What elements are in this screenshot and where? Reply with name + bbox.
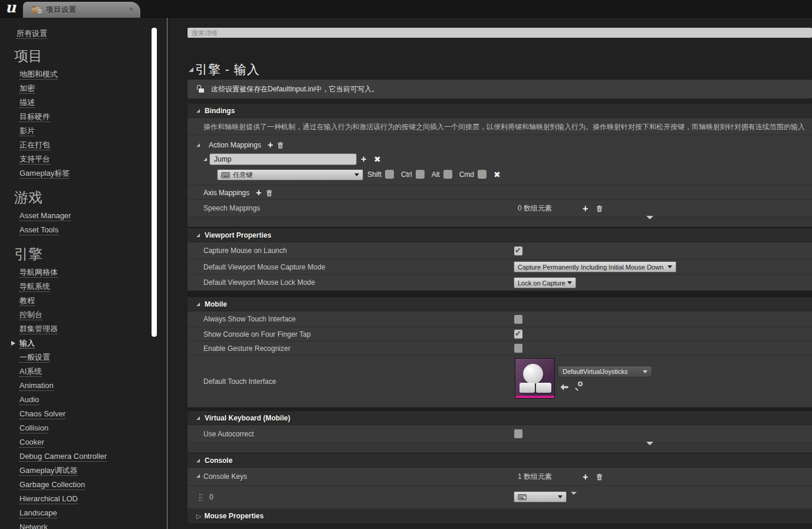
clear-axis-mappings-button[interactable]: [266, 188, 272, 197]
remove-key-binding-button[interactable]: ✖: [494, 170, 501, 179]
property-row: Capture Mouse on Launch: [188, 242, 812, 259]
ctrl-checkbox[interactable]: [416, 170, 425, 179]
sidebar-item-gameplay-debugger[interactable]: Gameplay调试器: [0, 464, 167, 478]
search-input[interactable]: [188, 28, 812, 38]
console-keys-row: Console Keys 1 数组元素 +: [188, 468, 812, 486]
sidebar-item-supported-platforms[interactable]: 支持平台: [0, 152, 167, 166]
sidebar-item-nav-system[interactable]: 导航系统: [0, 280, 167, 294]
expanded-arrow-icon: [196, 416, 200, 420]
expanded-arrow-icon[interactable]: [203, 157, 207, 161]
touch-interface-thumbnail[interactable]: [515, 358, 555, 399]
use-selected-asset-button[interactable]: [560, 383, 568, 392]
tab-title: 项目设置: [46, 5, 77, 15]
sidebar-heading-project: 项目: [14, 47, 167, 65]
tab-bar: u ⚙ 项目设置 ×: [0, 0, 812, 18]
sidebar-item-audio[interactable]: Audio: [0, 393, 167, 407]
always-show-touch-interface-checkbox[interactable]: [514, 315, 522, 324]
speech-mappings-label: Speech Mappings: [203, 204, 260, 212]
expanded-arrow-icon[interactable]: [196, 474, 200, 478]
mouse-properties-header[interactable]: ▷ Mouse Properties: [188, 509, 812, 524]
browse-asset-button[interactable]: [574, 382, 583, 392]
cmd-checkbox[interactable]: [478, 170, 486, 179]
tab-close-icon[interactable]: ×: [129, 5, 133, 14]
sidebar-item-gameplay-tags[interactable]: Gameplay标签: [0, 166, 167, 180]
keyboard-icon: [221, 172, 230, 178]
sidebar-item-network[interactable]: Network: [0, 520, 167, 529]
add-speech-mapping-button[interactable]: +: [583, 204, 588, 212]
sidebar-scrollbar[interactable]: [152, 28, 157, 337]
config-file-notice: 这些设置被保存在DefaultInput.ini中，它当前可写入。: [188, 80, 812, 98]
sidebar-item-landscape[interactable]: Landscape: [0, 506, 167, 520]
touch-interface-dropdown[interactable]: DefaultVirtualJoysticks: [558, 366, 652, 377]
sidebar-item-asset-tools[interactable]: Asset Tools: [0, 223, 167, 237]
element-options-chevron-icon[interactable]: [571, 492, 577, 495]
bindings-advanced-expander[interactable]: [188, 217, 812, 227]
viewport-properties-header[interactable]: Viewport Properties: [188, 228, 812, 242]
sidebar-item-encryption[interactable]: 加密: [0, 81, 167, 96]
show-console-four-finger-checkbox[interactable]: [514, 330, 522, 339]
alt-checkbox[interactable]: [443, 170, 452, 179]
add-console-key-button[interactable]: +: [583, 472, 588, 481]
expanded-arrow-icon: [196, 303, 200, 306]
action-name-input[interactable]: [209, 153, 357, 165]
settings-folder-icon: ⚙: [32, 6, 41, 14]
bindings-description-row: 操作和轴映射提供了一种机制，通过在输入行为和激活该行为的按键之间插入一个间接层，…: [188, 118, 812, 135]
mouse-lock-mode-dropdown[interactable]: Lock on Capture: [514, 277, 576, 288]
sidebar-item-collision[interactable]: Collision: [0, 421, 167, 435]
section-expanded-icon[interactable]: [189, 67, 193, 72]
keyboard-icon: [518, 494, 527, 500]
mouse-capture-mode-dropdown[interactable]: Capture Permanently Including Initial Mo…: [514, 261, 676, 272]
console-header[interactable]: Console: [188, 454, 812, 468]
sidebar-item-ai-system[interactable]: AI系统: [0, 364, 167, 379]
sidebar-item-tutorials[interactable]: 教程: [0, 294, 167, 308]
sidebar-item-chaos-solver[interactable]: Chaos Solver: [0, 407, 167, 421]
sidebar-item-console-settings[interactable]: 控制台: [0, 308, 167, 322]
page-title: 引擎 - 输入: [195, 61, 260, 78]
expanded-arrow-icon[interactable]: [196, 143, 200, 147]
settings-sidebar: 所有设置 项目 地图和模式 加密 描述 目标硬件 影片 正在打包 支持平台 Ga…: [0, 18, 167, 529]
clear-console-keys-button[interactable]: [596, 472, 603, 481]
speech-mappings-count: 0 数组元素: [518, 203, 552, 213]
virtual-keyboard-header[interactable]: Virtual Keyboard (Mobile): [188, 411, 812, 425]
clear-action-mappings-button[interactable]: [277, 140, 284, 149]
array-index-label: 0: [209, 493, 213, 501]
capture-mouse-on-launch-checkbox[interactable]: [514, 247, 522, 255]
sidebar-item-packaging[interactable]: 正在打包: [0, 138, 167, 152]
sidebar-item-maps-modes[interactable]: 地图和模式: [0, 67, 167, 81]
trash-icon: [596, 473, 603, 481]
add-axis-mapping-button[interactable]: +: [256, 189, 261, 197]
sidebar-item-swarm-manager[interactable]: 群集管理器: [0, 322, 167, 336]
virtual-keyboard-advanced-expander[interactable]: [188, 443, 812, 453]
tab-project-settings[interactable]: ⚙ 项目设置 ×: [23, 2, 140, 18]
remove-action-button[interactable]: ✖: [374, 155, 381, 163]
key-select-dropdown[interactable]: 任意键: [217, 169, 363, 180]
sidebar-item-description[interactable]: 描述: [0, 96, 167, 110]
use-autocorrect-checkbox[interactable]: [514, 429, 522, 438]
shift-checkbox[interactable]: [385, 170, 394, 179]
sidebar-item-asset-manager[interactable]: Asset Manager: [0, 209, 167, 223]
enable-gesture-recognizer-checkbox[interactable]: [514, 344, 522, 353]
sidebar-item-all-settings[interactable]: 所有设置: [17, 28, 167, 39]
sidebar-item-input[interactable]: 输入: [0, 336, 167, 350]
sidebar-item-garbage-collection[interactable]: Garbage Collection: [0, 478, 167, 492]
sidebar-item-animation[interactable]: Animation: [0, 379, 167, 393]
mobile-header[interactable]: Mobile: [188, 297, 812, 311]
sidebar-heading-game: 游戏: [14, 188, 167, 206]
add-action-mapping-button[interactable]: +: [268, 141, 273, 149]
sidebar-item-target-hardware[interactable]: 目标硬件: [0, 110, 167, 124]
chevron-down-icon: [354, 173, 359, 176]
bindings-header[interactable]: Bindings: [188, 104, 812, 118]
sidebar-item-cooker[interactable]: Cooker: [0, 435, 167, 449]
console-key-dropdown[interactable]: [514, 491, 567, 502]
sidebar-item-movies[interactable]: 影片: [0, 124, 167, 138]
default-touch-interface-label: Default Touch Interface: [203, 377, 276, 386]
sidebar-item-general-settings[interactable]: 一般设置: [0, 350, 167, 364]
drag-handle-icon[interactable]: [199, 493, 202, 501]
section-mobile: Mobile Always Show Touch Interface Show …: [188, 297, 812, 408]
property-row: Always Show Touch Interface: [188, 311, 812, 327]
sidebar-item-nav-mesh[interactable]: 导航网格体: [0, 265, 167, 280]
clear-speech-mappings-button[interactable]: [596, 204, 603, 213]
add-key-binding-button[interactable]: +: [361, 155, 366, 163]
sidebar-item-debug-camera-controller[interactable]: Debug Camera Controller: [0, 449, 167, 464]
sidebar-item-hierarchical-lod[interactable]: Hierarchical LOD: [0, 492, 167, 506]
